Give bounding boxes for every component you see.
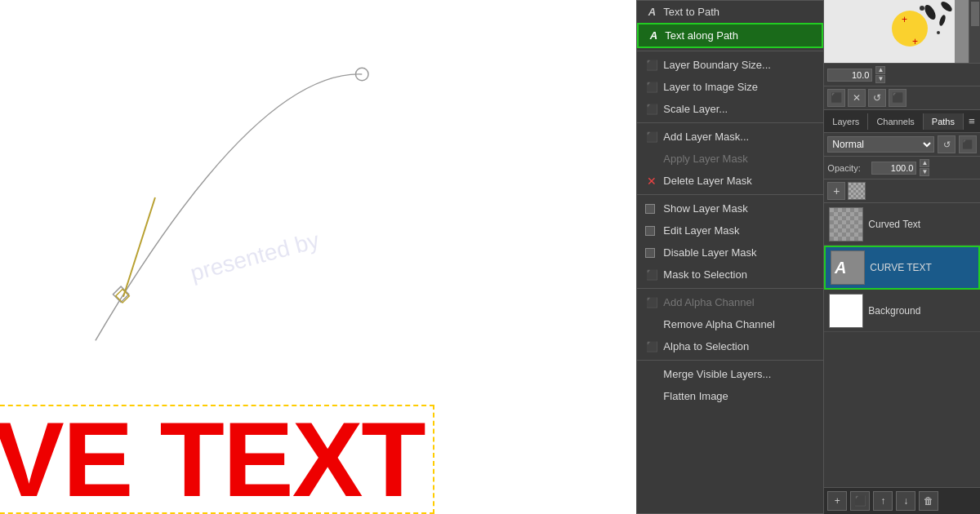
layer-action-row: + xyxy=(824,179,980,203)
svg-rect-13 xyxy=(830,207,862,241)
menu-item-text-to-path[interactable]: A Text to Path xyxy=(637,1,823,23)
svg-line-2 xyxy=(123,197,155,297)
bottom-new-btn[interactable]: + xyxy=(827,491,847,511)
layer-toolbar: ⬛ ✕ ↺ ⬛ xyxy=(824,86,980,110)
layer-list: Curved Text A CURVE TEXT xyxy=(824,203,980,487)
mask-to-selection-icon: ⬛ xyxy=(645,268,658,281)
preview-thumbnail: + + xyxy=(824,0,955,64)
menu-item-apply-layer-mask[interactable]: Apply Layer Mask xyxy=(637,148,823,170)
svg-rect-4 xyxy=(824,0,955,64)
delete-layer-mask-icon: ✕ xyxy=(645,175,658,188)
layer-item-background[interactable]: Background xyxy=(824,290,980,332)
layer-boundary-icon: ⬛ xyxy=(645,59,658,72)
menu-item-merge-visible[interactable]: Merge Visible Layers... xyxy=(637,363,823,385)
menu-item-remove-alpha[interactable]: Remove Alpha Channel xyxy=(637,313,823,335)
more-btn[interactable]: ⬛ xyxy=(889,89,906,107)
bottom-delete-btn[interactable]: 🗑 xyxy=(919,491,938,511)
bottom-down-btn[interactable]: ↓ xyxy=(896,491,915,511)
show-layer-mask-checkbox xyxy=(645,204,655,214)
spinner-up[interactable]: ▲ xyxy=(875,66,885,74)
layer-item-curved-text[interactable]: Curved Text xyxy=(824,203,980,246)
mode-row: Normal ↺ ⬛ xyxy=(824,133,980,157)
menu-item-show-layer-mask[interactable]: Show Layer Mask xyxy=(637,197,823,219)
context-menu: A Text to Path A Text along Path ⬛ Layer… xyxy=(636,0,824,514)
delete-layer-btn[interactable]: ✕ xyxy=(848,89,866,107)
tab-channels[interactable]: Channels xyxy=(868,113,923,130)
mode-more-btn[interactable]: ⬛ xyxy=(959,135,977,153)
scale-layer-icon: ⬛ xyxy=(645,103,658,116)
refresh-btn[interactable]: ↺ xyxy=(868,89,886,107)
value-input[interactable]: 10.0 xyxy=(827,69,872,82)
curved-text-thumb-svg xyxy=(830,207,862,241)
add-alpha-icon: ⬛ xyxy=(645,296,658,309)
blend-mode-select[interactable]: Normal xyxy=(827,136,934,153)
separator-5 xyxy=(637,360,823,361)
apply-layer-mask-icon xyxy=(645,153,658,166)
menu-item-alpha-to-selection[interactable]: ⬛ Alpha to Selection xyxy=(637,335,823,357)
panel-menu-btn[interactable]: ≡ xyxy=(964,110,980,133)
text-to-path-icon: A xyxy=(645,6,658,19)
menu-item-add-alpha[interactable]: ⬛ Add Alpha Channel xyxy=(637,291,823,313)
panel-tabs: Layers Channels Paths ≡ xyxy=(824,110,980,133)
red-text-layer: VE TEXT xyxy=(0,405,434,514)
menu-item-layer-boundary[interactable]: ⬛ Layer Boundary Size... xyxy=(637,54,823,76)
background-layer-name: Background xyxy=(868,305,975,317)
add-layer-action-btn[interactable]: + xyxy=(827,182,845,200)
scrollbar-thumb xyxy=(971,2,979,26)
opacity-input[interactable]: 100.0 xyxy=(871,162,916,175)
right-section: A Text to Path A Text along Path ⬛ Layer… xyxy=(636,0,980,514)
opacity-up[interactable]: ▲ xyxy=(920,159,929,167)
svg-point-5 xyxy=(892,11,928,47)
svg-point-10 xyxy=(937,31,940,34)
tab-paths[interactable]: Paths xyxy=(924,113,964,130)
disable-layer-mask-checkbox xyxy=(645,248,655,258)
background-thumb xyxy=(829,294,863,328)
flatten-image-icon xyxy=(645,390,658,403)
opacity-spinner: ▲ ▼ xyxy=(920,159,929,176)
menu-item-add-layer-mask[interactable]: ⬛ Add Layer Mask... xyxy=(637,126,823,148)
layer-item-curve-text[interactable]: A CURVE TEXT xyxy=(824,246,980,290)
new-layer-btn[interactable]: ⬛ xyxy=(827,89,845,107)
menu-item-edit-layer-mask[interactable]: Edit Layer Mask xyxy=(637,219,823,241)
curve-text-thumb-svg: A xyxy=(831,250,864,285)
add-layer-mask-icon: ⬛ xyxy=(645,131,658,144)
mode-extra-btn[interactable]: ↺ xyxy=(938,135,956,153)
spinner-down[interactable]: ▼ xyxy=(875,75,885,83)
menu-item-scale-layer[interactable]: ⬛ Scale Layer... xyxy=(637,98,823,120)
opacity-label: Opacity: xyxy=(827,163,868,173)
menu-item-delete-layer-mask[interactable]: ✕ Delete Layer Mask xyxy=(637,170,823,192)
curved-text-layer-name: Curved Text xyxy=(868,219,975,230)
svg-text:A: A xyxy=(834,259,846,277)
curved-text-thumb xyxy=(829,207,863,241)
menu-item-disable-layer-mask[interactable]: Disable Layer Mask xyxy=(637,241,823,264)
layer-to-image-icon: ⬛ xyxy=(645,81,658,94)
tab-layers[interactable]: Layers xyxy=(824,113,868,130)
svg-text:+: + xyxy=(912,36,918,47)
svg-point-9 xyxy=(920,6,924,11)
bottom-duplicate-btn[interactable]: ⬛ xyxy=(850,491,870,511)
svg-text:+: + xyxy=(902,14,907,25)
separator-4 xyxy=(637,288,823,289)
preview-scrollbar[interactable] xyxy=(969,0,980,63)
menu-item-layer-to-image[interactable]: ⬛ Layer to Image Size xyxy=(637,76,823,98)
remove-alpha-icon xyxy=(645,318,658,331)
bottom-up-btn[interactable]: ↑ xyxy=(873,491,893,511)
menu-item-text-along-path[interactable]: A Text along Path xyxy=(637,23,823,48)
panel-bottom: + ⬛ ↑ ↓ 🗑 xyxy=(824,487,980,514)
layers-panel: + + 10.0 ▲ ▼ ⬛ ✕ ↺ ⬛ Layers Channels xyxy=(824,0,980,514)
spinner-controls: ▲ ▼ xyxy=(875,66,885,83)
top-preview-area: + + xyxy=(824,0,980,64)
curve-text-layer-name: CURVE TEXT xyxy=(870,262,973,273)
alpha-indicator xyxy=(848,182,866,200)
separator-2 xyxy=(637,122,823,123)
separator-3 xyxy=(637,194,823,195)
menu-item-mask-to-selection[interactable]: ⬛ Mask to Selection xyxy=(637,264,823,286)
separator-1 xyxy=(637,51,823,51)
opacity-down[interactable]: ▼ xyxy=(920,168,929,176)
background-thumb-svg xyxy=(830,294,862,328)
canvas-area: presented by VE TEXT xyxy=(0,0,636,514)
input-row: 10.0 ▲ ▼ xyxy=(824,64,980,86)
menu-item-flatten-image[interactable]: Flatten Image xyxy=(637,385,823,407)
merge-visible-icon xyxy=(645,368,658,381)
edit-layer-mask-checkbox xyxy=(645,226,655,236)
